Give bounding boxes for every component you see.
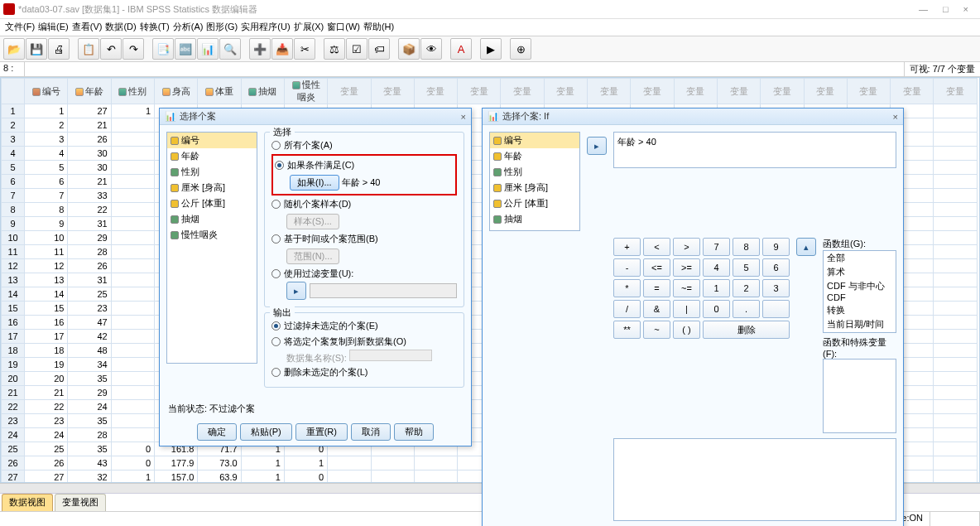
calc-key[interactable]: ** [613,321,641,339]
range-button: 范围(N)... [286,249,339,264]
calc-key[interactable]: ~ [643,321,670,339]
calc-key[interactable]: | [673,300,700,318]
radio-all-cases[interactable] [271,141,281,150]
calc-key[interactable]: ( ) [673,321,700,339]
radio-copy-dataset[interactable] [271,337,281,346]
calc-key[interactable]: ~= [673,279,700,297]
variables-icon[interactable]: 📊 [197,38,219,60]
calc-key[interactable]: 7 [703,238,730,256]
goto-icon[interactable]: 📑 [152,38,174,60]
calc-key[interactable]: >= [673,258,700,277]
calc-key[interactable]: * [613,279,641,297]
calc-key[interactable]: 8 [733,238,760,256]
special-var-list[interactable] [823,359,896,433]
function-group-label: 函数组(G): [823,238,896,250]
minimize-button[interactable]: — [919,4,928,14]
redo-icon[interactable]: ↷ [122,38,144,60]
calc-key[interactable]: 删除 [703,321,790,339]
paste-button[interactable]: 粘贴(P) [240,423,292,441]
function-up-button[interactable]: ▴ [796,238,816,256]
close-button[interactable]: × [963,4,968,14]
weight-icon[interactable]: ⚖ [324,38,345,60]
formula-bar: 8 : 可视: 7/7 个变量 [0,62,980,77]
calc-key[interactable]: <= [643,258,670,277]
radio-delete-unselected[interactable] [271,368,281,377]
menu-data[interactable]: 数据(D) [105,21,136,34]
calc-key[interactable]: & [643,300,670,318]
radio-filter-out[interactable] [271,321,281,331]
calc-key[interactable]: + [613,238,641,256]
calc-key[interactable]: 1 [703,279,730,297]
radio-if-condition[interactable] [275,161,284,170]
condition-text: 年龄 > 40 [342,177,381,187]
radio-filter-variable[interactable] [271,269,281,278]
insert-var-icon[interactable]: 📥 [271,38,293,60]
select-icon[interactable]: ☑ [346,38,368,60]
goto-var-icon[interactable]: 🔤 [175,38,196,60]
special-var-label: 函数和特殊变量(F): [823,336,896,359]
open-icon[interactable]: 📂 [3,38,25,60]
move-variable-button[interactable]: ▸ [286,282,306,300]
calc-key[interactable]: 9 [762,238,790,256]
tab-variable-view[interactable]: 变量视图 [55,494,106,511]
cell-value-input[interactable] [25,62,905,76]
variable-list[interactable]: 编号年龄性别厘米 [身高]公斤 [体重]抽烟慢性咽炎 [489,132,580,231]
run-icon[interactable]: ▶ [480,38,502,60]
cell-address: 8 : [0,62,25,76]
help-button[interactable]: 帮助 [394,423,434,441]
dialog-close-icon[interactable]: × [461,112,466,122]
dialog-title: 选择个案 [180,110,216,123]
menu-transform[interactable]: 转换(T) [140,21,170,34]
if-button[interactable]: 如果(I)... [290,175,339,191]
menu-file[interactable]: 文件(F) [5,21,35,34]
reset-button[interactable]: 重置(R) [295,423,348,441]
menu-graphs[interactable]: 图形(G) [206,21,238,34]
find-icon[interactable]: 🔍 [219,38,241,60]
ok-button[interactable]: 确定 [197,423,237,441]
tab-data-view[interactable]: 数据视图 [2,494,53,511]
custom-icon[interactable]: ⊕ [510,38,531,60]
use-sets-icon[interactable]: 📦 [398,38,420,60]
maximize-button[interactable]: □ [943,4,949,14]
show-all-icon[interactable]: 👁 [420,38,442,60]
calc-key[interactable] [762,300,790,318]
calc-key[interactable]: 6 [762,258,790,277]
expression-input[interactable]: 年龄 > 40 [613,132,896,168]
calc-key[interactable]: - [613,258,641,277]
dialog-close-icon[interactable]: × [893,112,898,122]
dialog-title: 选择个案: If [502,110,549,123]
save-icon[interactable]: 💾 [26,38,47,60]
menu-analyze[interactable]: 分析(A) [173,21,204,34]
calc-key[interactable]: / [613,300,641,318]
calc-key[interactable]: 5 [733,258,760,277]
calc-key[interactable]: < [643,238,670,256]
menu-window[interactable]: 窗口(W) [327,21,360,34]
calc-key[interactable]: = [643,279,670,297]
variable-list[interactable]: 编号年龄性别厘米 [身高]公斤 [体重]抽烟慢性咽炎 [166,132,257,364]
value-labels-icon[interactable]: 🏷 [368,38,390,60]
calc-key[interactable]: 4 [703,258,730,277]
cancel-button[interactable]: 取消 [351,423,391,441]
insert-case-icon[interactable]: ➕ [249,38,271,60]
radio-time-range[interactable] [271,234,281,244]
menu-help[interactable]: 帮助(H) [363,21,394,34]
menu-utilities[interactable]: 实用程序(U) [241,21,290,34]
menu-bar: 文件(F) 编辑(E) 查看(V) 数据(D) 转换(T) 分析(A) 图形(G… [0,19,980,36]
menu-view[interactable]: 查看(V) [72,21,103,34]
recall-icon[interactable]: 📋 [78,38,99,60]
print-icon[interactable]: 🖨 [48,38,70,60]
calc-key[interactable]: 0 [703,300,730,318]
function-group-list[interactable]: 全部算术CDF 与非中心 CDF转换当前日期/时间日期运算日期创建 [823,250,896,333]
menu-extensions[interactable]: 扩展(X) [294,21,324,34]
calc-key[interactable]: . [733,300,760,318]
radio-random-sample[interactable] [271,200,281,209]
move-to-expression-button[interactable]: ▸ [587,137,607,155]
menu-edit[interactable]: 编辑(E) [38,21,69,34]
split-icon[interactable]: ✂ [294,38,315,60]
spell-icon[interactable]: A [450,38,472,60]
calc-key[interactable]: 3 [762,279,790,297]
undo-icon[interactable]: ↶ [100,38,122,60]
title-bar: *data03-07.sav [数据集1] - IBM SPSS Statist… [0,0,980,19]
calc-key[interactable]: > [673,238,700,256]
calc-key[interactable]: 2 [733,279,760,297]
